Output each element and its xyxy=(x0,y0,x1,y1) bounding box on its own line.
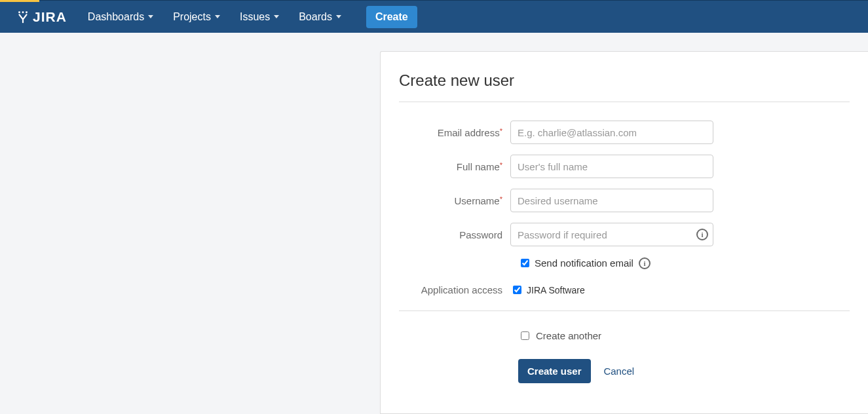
fullname-label: Full name* xyxy=(399,161,510,172)
nav-boards-label: Boards xyxy=(299,11,332,23)
svg-point-0 xyxy=(18,11,20,13)
create-user-button[interactable]: Create user xyxy=(518,359,591,383)
divider xyxy=(399,102,850,102)
row-password: Password i xyxy=(399,223,850,246)
row-send-notification: Send notification email i xyxy=(518,257,850,269)
create-user-button-label: Create user xyxy=(527,366,582,377)
username-label: Username* xyxy=(399,195,510,206)
create-button-label: Create xyxy=(375,11,408,22)
jira-software-label[interactable]: JIRA Software xyxy=(527,285,585,295)
cancel-link[interactable]: Cancel xyxy=(603,366,634,377)
jira-software-checkbox[interactable] xyxy=(513,286,521,294)
required-asterisk: * xyxy=(500,127,502,135)
panel-title: Create new user xyxy=(399,71,850,90)
chevron-down-icon xyxy=(215,15,220,18)
nav-dashboards-label: Dashboards xyxy=(88,11,144,23)
nav-issues[interactable]: Issues xyxy=(233,7,286,27)
required-asterisk: * xyxy=(500,161,502,169)
row-app-access: Application access JIRA Software xyxy=(399,284,850,296)
nav-projects[interactable]: Projects xyxy=(166,7,227,27)
svg-point-2 xyxy=(26,11,28,13)
form-actions: Create another Create user Cancel xyxy=(518,329,850,383)
chevron-down-icon xyxy=(148,15,153,18)
create-another-checkbox[interactable] xyxy=(521,331,529,340)
jira-logo-text: JIRA xyxy=(33,9,67,25)
fullname-input[interactable] xyxy=(510,155,713,178)
password-label: Password xyxy=(399,229,510,240)
top-navbar: JIRA Dashboards Projects Issues Boards C… xyxy=(0,0,868,33)
info-icon[interactable]: i xyxy=(639,257,651,269)
svg-point-1 xyxy=(22,11,24,13)
create-user-panel: Create new user Email address* Full name… xyxy=(380,51,868,414)
send-notification-label[interactable]: Send notification email xyxy=(535,257,633,269)
app-access-label: Application access xyxy=(399,284,510,295)
nav-boards[interactable]: Boards xyxy=(292,7,348,27)
chevron-down-icon xyxy=(336,15,341,18)
nav-projects-label: Projects xyxy=(173,11,211,23)
nav-items: Dashboards Projects Issues Boards Create xyxy=(81,6,417,28)
username-input[interactable] xyxy=(510,189,713,212)
jira-logo[interactable]: JIRA xyxy=(16,9,67,25)
required-asterisk: * xyxy=(500,195,502,203)
info-icon[interactable]: i xyxy=(696,229,708,240)
row-create-another: Create another xyxy=(518,329,850,342)
chevron-down-icon xyxy=(274,15,279,18)
password-input[interactable] xyxy=(510,223,713,246)
create-another-label[interactable]: Create another xyxy=(536,330,601,341)
email-input[interactable] xyxy=(510,121,713,144)
nav-issues-label: Issues xyxy=(240,11,270,23)
row-username: Username* xyxy=(399,189,850,212)
divider xyxy=(399,310,850,311)
create-button[interactable]: Create xyxy=(366,6,417,28)
loading-indicator xyxy=(0,0,39,2)
nav-dashboards[interactable]: Dashboards xyxy=(81,7,160,27)
jira-logo-icon xyxy=(16,10,30,24)
email-label: Email address* xyxy=(399,127,510,138)
row-email: Email address* xyxy=(399,121,850,144)
send-notification-checkbox[interactable] xyxy=(521,259,529,267)
row-fullname: Full name* xyxy=(399,155,850,178)
